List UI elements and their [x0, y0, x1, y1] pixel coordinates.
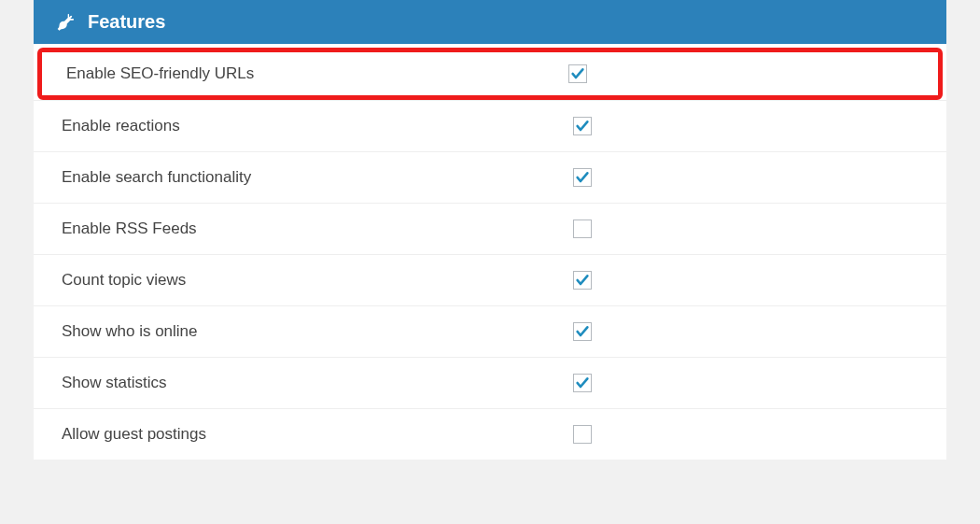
feature-label: Enable search functionality: [62, 168, 573, 187]
feature-row: Allow guest postings: [34, 409, 946, 460]
feature-row: Enable RSS Feeds: [34, 204, 946, 255]
plug-icon: [54, 12, 75, 33]
feature-checkbox[interactable]: [573, 117, 592, 135]
feature-label: Count topic views: [62, 271, 573, 290]
feature-label: Enable RSS Feeds: [62, 220, 573, 238]
highlighted-row-wrapper: Enable SEO-friendly URLs: [37, 48, 943, 100]
feature-row: Enable search functionality: [34, 152, 946, 204]
feature-row: Show statistics: [34, 358, 946, 409]
feature-row: Enable SEO-friendly URLs: [42, 52, 938, 95]
features-panel: Features Enable SEO-friendly URLs Enable…: [34, 0, 946, 460]
feature-row: Show who is online: [34, 306, 946, 358]
feature-checkbox[interactable]: [573, 168, 592, 187]
feature-label: Show who is online: [62, 322, 573, 341]
feature-checkbox[interactable]: [573, 425, 592, 444]
feature-checkbox[interactable]: [573, 220, 592, 238]
feature-checkbox[interactable]: [573, 322, 592, 341]
feature-row: Count topic views: [34, 255, 946, 306]
feature-label: Show statistics: [62, 374, 573, 392]
feature-label: Enable reactions: [62, 117, 573, 135]
feature-row: Enable reactions: [34, 100, 946, 152]
feature-label: Enable SEO-friendly URLs: [66, 64, 568, 83]
feature-label: Allow guest postings: [62, 425, 573, 444]
panel-title: Features: [88, 11, 165, 33]
panel-header: Features: [34, 0, 946, 44]
feature-checkbox[interactable]: [573, 374, 592, 392]
feature-rows: Enable reactions Enable search functiona…: [34, 100, 946, 460]
feature-checkbox[interactable]: [573, 271, 592, 290]
feature-checkbox[interactable]: [568, 64, 587, 83]
